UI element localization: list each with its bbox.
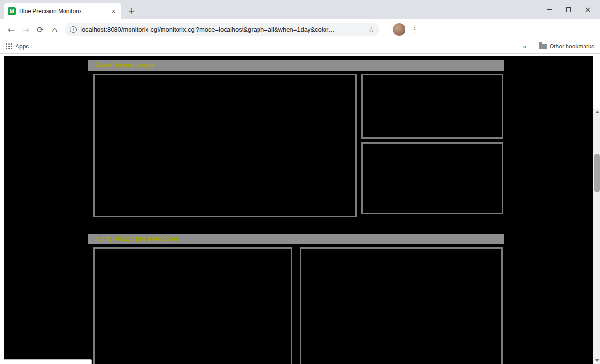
section-header-per-processor: Kernel usage per processor: [88, 234, 504, 244]
minimize-button[interactable]: [544, 4, 554, 15]
section-header-global-kernel: Global kernel usage: [88, 60, 504, 71]
profile-avatar[interactable]: [393, 23, 405, 36]
up-triangle-icon: [595, 111, 599, 113]
reload-button[interactable]: ⟳: [33, 22, 48, 37]
apps-shortcut[interactable]: Apps: [6, 43, 29, 50]
graph-frame: [300, 247, 503, 364]
close-icon: ×: [584, 6, 591, 14]
maximize-button[interactable]: [563, 4, 574, 15]
down-triangle-icon: [595, 359, 599, 362]
scrollbar-down-arrow[interactable]: [593, 357, 600, 364]
page-content: Global kernel usage Kernel usage per pro…: [0, 54, 600, 364]
browser-tab[interactable]: M Blue Precision Monitorix ×: [4, 3, 121, 19]
maximize-icon: [566, 7, 571, 12]
folder-icon: [539, 44, 547, 49]
kernel-usage-graph[interactable]: [95, 75, 355, 216]
global-kernel-row: [88, 74, 504, 217]
bookmarks-right: » Other bookmarks: [523, 42, 594, 51]
page-info-icon[interactable]: i: [70, 26, 77, 33]
processor0-graph[interactable]: [95, 249, 291, 364]
graph-frame: [361, 142, 503, 214]
browser-menu-icon[interactable]: ⋮: [410, 25, 419, 34]
browser-toolbar: ← → ⟳ ⌂ i localhost:8080/monitorix-cgi/m…: [0, 19, 600, 39]
graph-frame: [93, 74, 357, 217]
apps-label: Apps: [16, 43, 29, 50]
monitorix-page: Global kernel usage Kernel usage per pro…: [4, 56, 593, 364]
scrollbar-thumb[interactable]: [594, 154, 600, 192]
bookmarks-bar: Apps » Other bookmarks: [0, 39, 600, 54]
tab-close-icon[interactable]: ×: [110, 7, 117, 15]
new-tab-button[interactable]: +: [125, 4, 138, 17]
graph-frame: [93, 247, 292, 364]
home-button[interactable]: ⌂: [48, 22, 62, 37]
forward-button[interactable]: →: [18, 22, 33, 37]
right-graph-column: [361, 74, 503, 214]
tab-title: Blue Precision Monitorix: [19, 8, 106, 15]
url-text: localhost:8080/monitorix-cgi/monitorix.c…: [81, 26, 364, 33]
status-bubble: [4, 359, 92, 364]
other-bookmarks-label: Other bookmarks: [550, 43, 594, 50]
other-bookmarks-button[interactable]: Other bookmarks: [539, 43, 594, 50]
address-bar[interactable]: i localhost:8080/monitorix-cgi/monitorix…: [65, 23, 379, 36]
window-controls: ×: [544, 0, 600, 19]
bookmarks-overflow-chevron[interactable]: »: [523, 43, 527, 50]
graph-frame: [361, 74, 503, 139]
bookmarks-separator: [533, 42, 533, 51]
processor1-graph[interactable]: [301, 249, 501, 364]
close-window-button[interactable]: ×: [583, 4, 593, 15]
tab-strip: M Blue Precision Monitorix × + ×: [0, 0, 600, 19]
apps-grid-icon: [6, 43, 13, 50]
monitorix-favicon: M: [8, 7, 16, 15]
minimize-icon: [547, 9, 552, 10]
vertical-scrollbar[interactable]: [593, 109, 600, 364]
bookmark-star-icon[interactable]: ☆: [368, 25, 374, 34]
context-switches-graph[interactable]: [363, 75, 502, 137]
back-button[interactable]: ←: [4, 22, 18, 37]
monitorix-column: Global kernel usage Kernel usage per pro…: [88, 56, 504, 364]
vfs-usage-graph[interactable]: [363, 144, 502, 213]
processor-row: [88, 247, 504, 364]
scrollbar-up-arrow[interactable]: [593, 109, 600, 116]
